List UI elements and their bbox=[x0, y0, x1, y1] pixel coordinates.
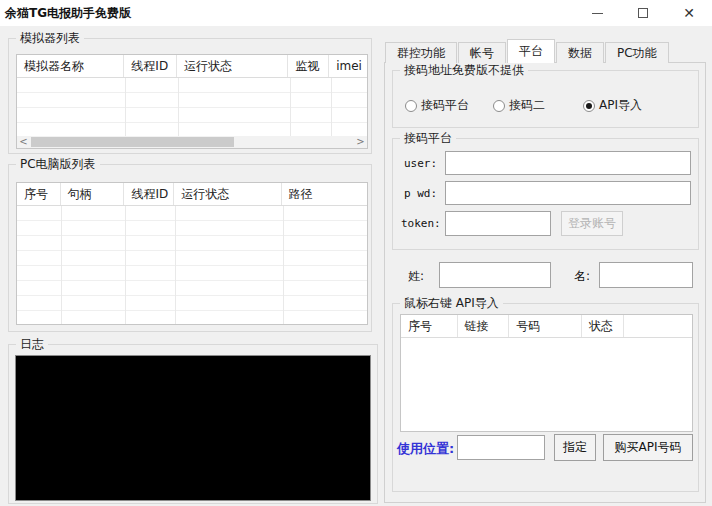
column-divider bbox=[178, 78, 179, 138]
maximize-icon bbox=[638, 8, 648, 18]
emulator-table-header: 模拟器名称 线程ID 运行状态 监视 imei bbox=[17, 55, 367, 78]
table-row bbox=[17, 108, 367, 123]
api-table-header: 序号 链接 号码 状态 bbox=[401, 315, 692, 338]
pc-col-path[interactable]: 路径 bbox=[282, 183, 368, 205]
radio-sms-second[interactable]: 接码二 bbox=[493, 97, 545, 114]
user-label: user: bbox=[404, 157, 437, 170]
tab-pc-function[interactable]: PC功能 bbox=[605, 42, 669, 63]
column-divider bbox=[61, 206, 62, 325]
api-import-table: 序号 链接 号码 状态 bbox=[400, 314, 693, 432]
table-row bbox=[17, 296, 367, 311]
user-input[interactable] bbox=[445, 151, 691, 175]
pc-col-handle[interactable]: 句柄 bbox=[61, 183, 125, 205]
minimize-button[interactable] bbox=[574, 0, 620, 26]
api-col-empty bbox=[624, 315, 692, 337]
log-group: 日志 bbox=[8, 344, 378, 504]
token-label: token: bbox=[401, 217, 441, 230]
emulator-col-name[interactable]: 模拟器名称 bbox=[17, 55, 124, 77]
use-position-input[interactable] bbox=[457, 435, 545, 460]
use-position-label: 使用位置: bbox=[397, 440, 454, 458]
pc-col-status[interactable]: 运行状态 bbox=[174, 183, 281, 205]
emulator-table-body[interactable] bbox=[17, 78, 367, 138]
minimize-icon bbox=[592, 13, 603, 14]
close-icon: ✕ bbox=[683, 6, 695, 20]
pc-table-header: 序号 句柄 线程ID 运行状态 路径 bbox=[17, 183, 367, 206]
table-row bbox=[17, 236, 367, 251]
emulator-horizontal-scrollbar[interactable]: < > bbox=[17, 136, 367, 148]
radio-checked-icon bbox=[583, 100, 595, 112]
emulator-table: 模拟器名称 线程ID 运行状态 监视 imei < > bbox=[16, 54, 368, 149]
emulator-col-monitor[interactable]: 监视 bbox=[288, 55, 329, 77]
api-col-index[interactable]: 序号 bbox=[401, 315, 458, 337]
close-button[interactable]: ✕ bbox=[666, 0, 712, 26]
sms-address-group: 接码地址免费版不提供 接码平台 接码二 API导入 bbox=[392, 70, 699, 128]
pc-col-thread-id[interactable]: 线程ID bbox=[124, 183, 174, 205]
tab-strip: 群控功能 帐号 平台 数据 PC功能 bbox=[385, 39, 670, 63]
scrollbar-thumb[interactable] bbox=[31, 137, 234, 147]
app-window: 余猫TG电报助手免费版 ✕ 模拟器列表 模拟器名称 线程ID 运行状态 监视 i… bbox=[0, 0, 712, 506]
sms-platform-group-title: 接码平台 bbox=[400, 130, 456, 147]
log-group-title: 日志 bbox=[16, 336, 48, 353]
api-import-group: 鼠标右键 API导入 序号 链接 号码 状态 使用位置: 指定 购买API号码 bbox=[392, 303, 699, 492]
token-input[interactable] bbox=[445, 211, 551, 236]
column-divider bbox=[125, 78, 126, 138]
api-table-body[interactable] bbox=[401, 338, 692, 432]
title-bar: 余猫TG电报助手免费版 ✕ bbox=[0, 0, 712, 26]
sms-platform-group: 接码平台 user: p wd: token: 登录账号 bbox=[392, 138, 699, 250]
radio-api-import[interactable]: API导入 bbox=[583, 97, 642, 114]
table-row bbox=[17, 93, 367, 108]
maximize-button[interactable] bbox=[620, 0, 666, 26]
table-row bbox=[17, 206, 367, 221]
window-controls: ✕ bbox=[574, 0, 712, 26]
column-divider bbox=[290, 78, 291, 138]
column-divider bbox=[331, 78, 332, 138]
last-name-label: 姓: bbox=[408, 268, 424, 285]
pwd-label: p wd: bbox=[404, 187, 437, 200]
login-account-button[interactable]: 登录账号 bbox=[561, 211, 623, 236]
pc-table: 序号 句柄 线程ID 运行状态 路径 bbox=[16, 182, 368, 325]
column-divider bbox=[283, 206, 284, 325]
buy-api-number-button[interactable]: 购买API号码 bbox=[603, 434, 693, 461]
emulator-col-thread-id[interactable]: 线程ID bbox=[124, 55, 177, 77]
pc-col-index[interactable]: 序号 bbox=[17, 183, 61, 205]
table-row bbox=[17, 266, 367, 281]
emulator-list-group-title: 模拟器列表 bbox=[16, 30, 84, 47]
emulator-col-status[interactable]: 运行状态 bbox=[177, 55, 288, 77]
sms-address-group-title: 接码地址免费版不提供 bbox=[400, 62, 528, 79]
scroll-right-icon[interactable]: > bbox=[354, 136, 367, 148]
table-row bbox=[17, 311, 367, 325]
table-row bbox=[17, 281, 367, 296]
table-row bbox=[17, 251, 367, 266]
api-col-number[interactable]: 号码 bbox=[509, 315, 581, 337]
scroll-left-icon[interactable]: < bbox=[17, 136, 30, 148]
platform-tab-page: 接码地址免费版不提供 接码平台 接码二 API导入 接码平台 user: p w… bbox=[384, 62, 706, 503]
last-name-input[interactable] bbox=[439, 262, 551, 288]
api-col-link[interactable]: 链接 bbox=[458, 315, 510, 337]
emulator-list-group: 模拟器列表 模拟器名称 线程ID 运行状态 监视 imei < bbox=[8, 38, 372, 154]
first-name-label: 名: bbox=[574, 268, 590, 285]
first-name-input[interactable] bbox=[599, 262, 693, 288]
column-divider bbox=[175, 206, 176, 325]
window-title: 余猫TG电报助手免费版 bbox=[0, 5, 131, 22]
radio-unchecked-icon bbox=[405, 100, 417, 112]
api-import-group-title: 鼠标右键 API导入 bbox=[400, 295, 503, 312]
radio-sms-platform[interactable]: 接码平台 bbox=[405, 97, 469, 114]
tab-data[interactable]: 数据 bbox=[556, 42, 604, 63]
assign-button[interactable]: 指定 bbox=[554, 434, 596, 461]
pc-list-group-title: PC电脑版列表 bbox=[16, 156, 100, 173]
table-row bbox=[17, 221, 367, 236]
tab-group-control[interactable]: 群控功能 bbox=[385, 42, 457, 63]
log-output-area[interactable] bbox=[15, 355, 371, 501]
tab-account[interactable]: 帐号 bbox=[458, 42, 506, 63]
radio-unchecked-icon bbox=[493, 100, 505, 112]
table-row bbox=[17, 78, 367, 93]
emulator-col-imei[interactable]: imei bbox=[329, 55, 367, 77]
pc-table-body[interactable] bbox=[17, 206, 367, 325]
pc-list-group: PC电脑版列表 序号 句柄 线程ID 运行状态 路径 bbox=[8, 164, 372, 332]
column-divider bbox=[125, 206, 126, 325]
api-col-status[interactable]: 状态 bbox=[582, 315, 625, 337]
tab-platform[interactable]: 平台 bbox=[507, 39, 555, 63]
pwd-input[interactable] bbox=[445, 181, 691, 205]
